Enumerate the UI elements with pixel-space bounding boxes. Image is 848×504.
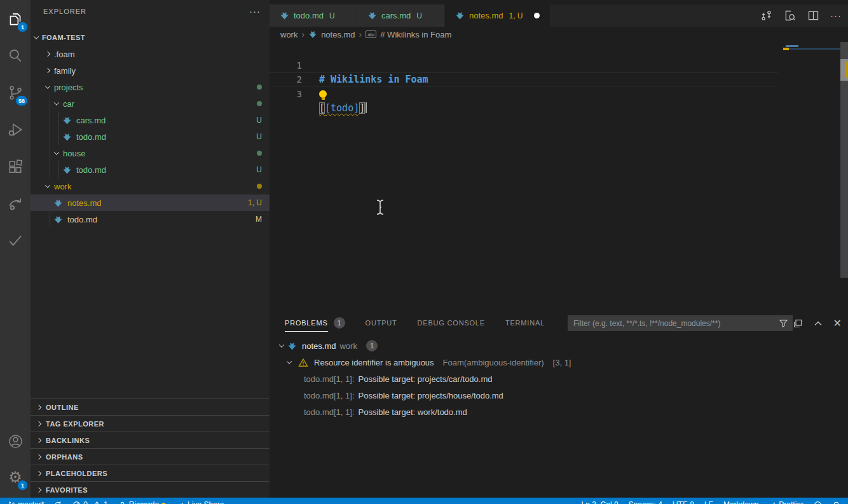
workspace-root-foam-test[interactable]: FOAM-TEST — [31, 30, 270, 45]
related-info-row[interactable]: todo.md[1, 1]: Possible target: projects… — [270, 387, 848, 404]
source-control-activity-button[interactable]: 56 — [0, 78, 31, 108]
extensions-icon — [7, 158, 24, 175]
explorer-activity-button[interactable]: 1 — [0, 4, 31, 34]
maximize-panel-icon[interactable] — [793, 318, 803, 329]
filter-funnel-icon[interactable] — [779, 318, 788, 328]
open-changes-icon[interactable] — [760, 9, 773, 22]
editor-tab-todo.md[interactable]: todo.mdU — [270, 4, 357, 27]
related-message: Possible target: projects/car/todo.md — [359, 374, 493, 384]
panel-tab-problems[interactable]: PROBLEMS1 — [285, 311, 345, 334]
changes-dot-badge — [257, 101, 262, 106]
live-share-status[interactable]: Live Share — [176, 500, 224, 504]
minimap-warning-mark — [783, 48, 789, 50]
sidebar-section-tag-explorer[interactable]: TAG EXPLORER — [31, 415, 270, 432]
sidebar-section-favorites[interactable]: FAVORITES — [31, 481, 270, 498]
markdown-file-icon — [287, 341, 297, 351]
tree-item-notes.md[interactable]: notes.md1, U — [31, 194, 270, 211]
notifications-bell-icon[interactable] — [832, 501, 840, 504]
problem-file-row[interactable]: notes.md work 1 — [270, 337, 848, 354]
editor-scrollbar[interactable] — [840, 40, 848, 278]
problem-count-badge: 1 — [366, 340, 378, 351]
sidebar-sections: OUTLINETAG EXPLORERBACKLINKSORPHANSPLACE… — [31, 398, 270, 498]
chevron-up-icon[interactable] — [814, 319, 823, 328]
tree-item-todo.md[interactable]: todo.mdU — [31, 161, 270, 178]
open-preview-icon[interactable] — [783, 9, 797, 22]
chevron-separator: › — [301, 29, 304, 39]
sidebar-section-placeholders[interactable]: PLACEHOLDERS — [31, 465, 270, 481]
dirty-indicator-dot[interactable] — [534, 13, 540, 18]
tree-item-label: house — [63, 149, 85, 158]
checklist-activity-button[interactable] — [0, 225, 31, 255]
tree-item-todo.md[interactable]: todo.mdU — [31, 128, 270, 145]
git-status-badge: M — [256, 215, 262, 224]
lightbulb-code-action-icon[interactable] — [319, 90, 327, 98]
split-editor-icon[interactable] — [807, 9, 820, 22]
account-button[interactable] — [0, 426, 31, 456]
problem-file-path: work — [339, 341, 357, 351]
feedback-smiley-icon[interactable] — [814, 501, 822, 504]
editor-tab-cars.md[interactable]: cars.mdU — [357, 4, 445, 27]
tree-item-work[interactable]: work — [31, 178, 270, 194]
git-status-badge: U — [256, 132, 262, 141]
panel-tab-label: OUTPUT — [366, 313, 397, 332]
eol-status[interactable]: LF — [704, 500, 713, 504]
settings-button[interactable]: ⚙ 1 — [0, 462, 31, 493]
breadcrumb-file[interactable]: notes.md — [321, 30, 355, 39]
tree-item-cars.md[interactable]: cars.mdU — [31, 112, 270, 128]
panel-tab-label: PROBLEMS — [285, 313, 328, 332]
bracket-match-open: [ — [319, 102, 325, 114]
related-info-row[interactable]: todo.md[1, 1]: Possible target: projects… — [270, 371, 848, 387]
close-panel-icon[interactable]: ✕ — [833, 318, 842, 329]
tree-item-label: cars.md — [76, 116, 106, 125]
panel-tab-output[interactable]: OUTPUT — [366, 311, 397, 334]
live-share-activity-button[interactable] — [0, 188, 31, 219]
panel-tab-terminal[interactable]: TERMINAL — [505, 311, 545, 334]
more-actions-icon[interactable]: ··· — [830, 14, 842, 18]
encoding-status[interactable]: UTF-8 — [673, 500, 694, 504]
panel-tab-label: DEBUG CONSOLE — [418, 313, 485, 332]
tab-label: notes.md — [469, 11, 503, 20]
breadcrumb-folder[interactable]: work — [280, 30, 297, 39]
editor-code-area[interactable]: 1 # Wikilinks in Foam 2 3 [[todo]] — [270, 42, 848, 311]
problem-warning-row[interactable]: Resource identifier is ambiguous Foam(am… — [270, 354, 848, 371]
formatter-status[interactable]: Prettier — [769, 500, 804, 504]
problems-filter-input[interactable] — [568, 315, 793, 331]
related-info-row[interactable]: todo.md[1, 1]: Possible target: work/tod… — [270, 404, 848, 420]
run-debug-activity-button[interactable] — [0, 114, 31, 145]
minimap[interactable] — [783, 42, 840, 93]
tree-item-family[interactable]: family — [31, 62, 270, 79]
sidebar-section-outline[interactable]: OUTLINE — [31, 398, 270, 415]
chevron-right-icon — [36, 470, 41, 475]
breadcrumb: work › notes.md › abc # Wikilinks in Foa… — [270, 27, 848, 42]
related-message: Possible target: work/todo.md — [359, 407, 467, 417]
panel-tab-debug-console[interactable]: DEBUG CONSOLE — [418, 311, 485, 334]
editor-tab-notes.md[interactable]: notes.md1, U — [445, 4, 551, 27]
more-actions-icon[interactable]: ··· — [249, 10, 261, 13]
tree-item-car[interactable]: car — [31, 95, 270, 112]
search-activity-button[interactable] — [0, 41, 31, 71]
sidebar-section-orphans[interactable]: ORPHANS — [31, 448, 270, 465]
tree-item-label: projects — [54, 83, 83, 92]
tree-item-todo.md[interactable]: todo.mdM — [31, 211, 270, 228]
run-debug-icon — [7, 121, 24, 138]
editor-actions: ··· — [760, 4, 842, 27]
indentation-status[interactable]: Spaces: 4 — [629, 500, 662, 504]
user-status[interactable]: Riccardo — [118, 500, 166, 504]
filter-wrap — [568, 315, 793, 331]
cursor-position-status[interactable]: Ln 3, Col 9 — [582, 500, 619, 504]
extensions-activity-button[interactable] — [0, 151, 31, 182]
editor-tab-bar: todo.mdUcars.mdUnotes.md1, U ··· — [270, 0, 848, 27]
language-mode-status[interactable]: Markdown — [723, 500, 758, 504]
tree-item-house[interactable]: house — [31, 145, 270, 161]
tree-item-projects[interactable]: projects — [31, 79, 270, 95]
warning-icon — [298, 358, 308, 367]
panel-header: PROBLEMS1OUTPUTDEBUG CONSOLETERMINAL ✕ — [270, 311, 848, 334]
tree-item-label: .foam — [54, 50, 75, 59]
chevron-right-icon — [36, 454, 41, 459]
tree-item-.foam[interactable]: .foam — [31, 46, 270, 62]
git-branch-status[interactable]: master* — [8, 500, 44, 504]
breadcrumb-symbol[interactable]: # Wikilinks in Foam — [380, 30, 451, 39]
sidebar-section-backlinks[interactable]: BACKLINKS — [31, 432, 270, 448]
errors-warnings-status[interactable]: 0 1 — [72, 500, 107, 504]
sync-icon[interactable] — [54, 501, 62, 504]
